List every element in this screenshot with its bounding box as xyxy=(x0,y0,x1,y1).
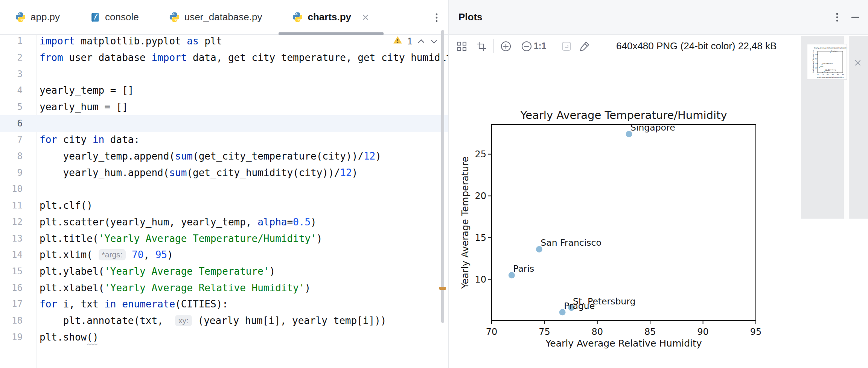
inspection-widget: 1 xyxy=(393,35,438,47)
tab-label: user_database.py xyxy=(184,11,262,23)
warning-icon xyxy=(393,35,403,47)
code-text: yearly_temp = [] xyxy=(40,82,134,99)
previous-problem-chevron-up-icon[interactable] xyxy=(417,36,425,47)
line-number: 17 xyxy=(0,296,23,312)
tab-charts-py[interactable]: charts.py xyxy=(277,0,385,34)
code-line-18[interactable]: 18 plt.annotate(txt, xy: (yearly_hum[i],… xyxy=(0,312,448,329)
code-text: plt.xlabel('Yearly Average Relative Humi… xyxy=(40,280,311,296)
plot-box xyxy=(492,125,756,321)
plots-options-kebab-icon[interactable] xyxy=(830,11,844,24)
plot-thumbnail-selected[interactable]: Yearly Average Temperature/Humidity70758… xyxy=(807,44,847,80)
x-tick-label: 80 xyxy=(827,73,829,75)
next-problem-chevron-down-icon[interactable] xyxy=(430,36,438,47)
minimize-icon[interactable] xyxy=(848,11,863,24)
code-text: plt.clf() xyxy=(40,197,93,214)
x-tick-label: 95 xyxy=(750,327,762,337)
python-file-icon xyxy=(292,12,303,23)
console-icon xyxy=(90,12,101,23)
x-tick-label: 85 xyxy=(832,73,834,75)
code-line-4[interactable]: 4yearly_temp = [] xyxy=(0,82,448,99)
code-line-6[interactable]: 6 xyxy=(0,115,448,132)
point-annotation: Singapore xyxy=(831,50,839,52)
code-line-10[interactable]: 10 xyxy=(0,181,448,197)
code-text: for city in data: xyxy=(40,131,140,148)
y-tick-label: 20 xyxy=(815,58,817,60)
y-tick-label: 10 xyxy=(475,274,486,285)
scatter-chart: Yearly Average Temperature/Humidity70758… xyxy=(449,0,802,368)
code-text: yearly_hum.append(sum(get_city_humidity(… xyxy=(40,164,358,181)
tab-label: charts.py xyxy=(308,11,351,23)
code-text: yearly_hum = [] xyxy=(40,99,128,115)
point-annotation: Paris xyxy=(513,263,534,274)
python-file-icon xyxy=(15,12,26,23)
line-number: 4 xyxy=(0,82,23,99)
code-text: plt.scatter(yearly_hum, yearly_temp, alp… xyxy=(40,214,317,230)
point-annotation: Singapore xyxy=(630,122,675,133)
code-line-11[interactable]: 11plt.clf() xyxy=(0,197,448,214)
code-line-16[interactable]: 16plt.xlabel('Yearly Average Relative Hu… xyxy=(0,280,448,296)
code-text: yearly_temp.append(sum(get_city_temperat… xyxy=(40,148,381,164)
ide-window: app.pyconsoleuser_database.pycharts.py 1… xyxy=(0,0,868,368)
x-tick-label: 95 xyxy=(842,73,844,75)
code-line-2[interactable]: 2from user_database import data, get_cit… xyxy=(0,49,448,66)
point-annotation: San Francisco xyxy=(541,237,601,248)
x-tick-label: 90 xyxy=(837,73,839,75)
tab-label: app.py xyxy=(30,11,60,23)
code-line-9[interactable]: 9 yearly_hum.append(sum(get_city_humidit… xyxy=(0,164,448,181)
point-annotation: Prague xyxy=(564,301,595,311)
y-tick-label: 20 xyxy=(475,191,486,201)
line-number: 14 xyxy=(0,246,23,263)
y-axis-label: Yearly Average Temperature xyxy=(812,50,814,73)
line-number: 6 xyxy=(0,115,23,132)
tab-console[interactable]: console xyxy=(75,0,154,34)
plot-thumbnail-strip: Yearly Average Temperature/Humidity70758… xyxy=(801,36,868,219)
y-tick-label: 25 xyxy=(815,53,817,55)
code-text: plt.xlim( *args: 70, 95) xyxy=(40,246,173,263)
thumbnail-chart: Yearly Average Temperature/Humidity70758… xyxy=(807,44,847,79)
line-number: 9 xyxy=(0,164,23,181)
code-line-19[interactable]: 19plt.show() xyxy=(0,329,448,345)
x-tick-label: 75 xyxy=(539,327,550,337)
close-thumbnail-icon[interactable] xyxy=(852,57,863,68)
inlay-hint: xy: xyxy=(175,315,192,326)
x-tick-label: 70 xyxy=(486,327,498,337)
code-line-12[interactable]: 12plt.scatter(yearly_hum, yearly_temp, a… xyxy=(0,214,448,230)
python-file-icon xyxy=(169,12,180,23)
y-tick-label: 15 xyxy=(475,233,486,243)
x-tick-label: 75 xyxy=(822,73,824,75)
line-number: 13 xyxy=(0,230,23,247)
line-number: 10 xyxy=(0,181,23,197)
code-line-1[interactable]: 1import matplotlib.pyplot as plt xyxy=(0,35,448,49)
line-number: 11 xyxy=(0,197,23,214)
code-text: plt.ylabel('Yearly Average Temperature') xyxy=(40,263,275,280)
code-editor[interactable]: 1import matplotlib.pyplot as plt2from us… xyxy=(0,35,448,368)
code-line-7[interactable]: 7for city in data: xyxy=(0,131,448,148)
tab-app-py[interactable]: app.py xyxy=(0,0,75,34)
code-line-5[interactable]: 5yearly_hum = [] xyxy=(0,99,448,115)
line-number: 19 xyxy=(0,329,23,345)
code-line-14[interactable]: 14plt.xlim( *args: 70, 95) xyxy=(0,246,448,263)
code-line-17[interactable]: 17for i, txt in enumerate(CITIES): xyxy=(0,296,448,312)
code-line-3[interactable]: 3 xyxy=(0,66,448,82)
tab-label: console xyxy=(105,11,139,23)
x-axis-label: Yearly Average Relative Humidity xyxy=(816,76,844,78)
line-number: 15 xyxy=(0,263,23,280)
point-annotation: San Francisco xyxy=(822,62,833,64)
chart-title: Yearly Average Temperature/Humidity xyxy=(520,109,727,122)
warning-stripe-mark[interactable] xyxy=(439,287,446,290)
close-tab-icon[interactable] xyxy=(361,13,370,22)
line-number: 12 xyxy=(0,214,23,230)
tab-user-database-py[interactable]: user_database.py xyxy=(154,0,277,34)
code-text: for i, txt in enumerate(CITIES): xyxy=(40,296,228,312)
code-line-15[interactable]: 15plt.ylabel('Yearly Average Temperature… xyxy=(0,263,448,280)
code-line-8[interactable]: 8 yearly_temp.append(sum(get_city_temper… xyxy=(0,148,448,164)
editor-scrollbar-thumb[interactable] xyxy=(441,30,444,323)
line-number: 3 xyxy=(0,66,23,82)
editor-tab-bar: app.pyconsoleuser_database.pycharts.py xyxy=(0,0,448,35)
line-number: 16 xyxy=(0,280,23,296)
code-line-13[interactable]: 13plt.title('Yearly Average Temperature/… xyxy=(0,230,448,247)
line-number: 8 xyxy=(0,148,23,164)
inlay-hint: *args: xyxy=(99,249,126,260)
code-text: from user_database import data, get_city… xyxy=(40,49,448,66)
weak-warning-squiggle xyxy=(87,344,97,346)
